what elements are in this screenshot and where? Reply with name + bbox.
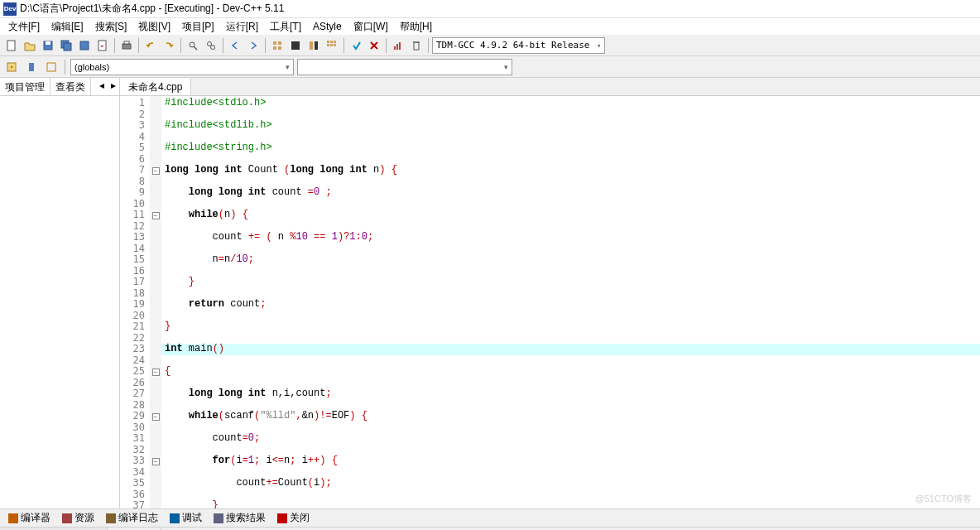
- bookmark-button[interactable]: [23, 59, 40, 75]
- menu-文件[F][interactable]: 文件[F]: [3, 18, 45, 36]
- back-button[interactable]: [227, 37, 243, 54]
- close-file-button[interactable]: ×: [94, 37, 111, 54]
- toggle-button[interactable]: [43, 59, 60, 75]
- svg-rect-5: [80, 41, 89, 50]
- svg-rect-16: [273, 46, 276, 50]
- svg-rect-25: [330, 44, 333, 46]
- menu-视图[V][interactable]: 视图[V]: [133, 18, 175, 36]
- svg-rect-22: [330, 41, 333, 43]
- svg-rect-0: [7, 41, 15, 51]
- svg-rect-34: [47, 63, 55, 71]
- svg-rect-2: [46, 41, 50, 45]
- replace-button[interactable]: [203, 37, 219, 54]
- sidebar-tab-classes[interactable]: 查看类: [50, 78, 91, 95]
- svg-rect-24: [327, 44, 329, 46]
- bottom-tab-关闭[interactable]: 关闭: [272, 509, 315, 527]
- code-content[interactable]: #include<stdio.h>#include<stdlib.h>#incl…: [161, 96, 980, 508]
- bottom-tab-编译日志[interactable]: 编译日志: [101, 509, 163, 527]
- menu-帮助[H][interactable]: 帮助[H]: [395, 18, 437, 36]
- svg-rect-18: [291, 41, 300, 50]
- file-tabs: 未命名4.cpp: [120, 78, 980, 96]
- toolbar-separator: [386, 38, 387, 53]
- compile-button[interactable]: [269, 37, 286, 54]
- open-file-button[interactable]: [22, 37, 38, 54]
- svg-rect-9: [124, 41, 129, 44]
- btab-icon: [106, 513, 116, 523]
- btab-icon: [8, 513, 18, 523]
- status-bar: - 错误: 0: [0, 527, 980, 530]
- watermark: @51CTO博客: [915, 493, 972, 505]
- bottom-tab-资源[interactable]: 资源: [57, 509, 99, 527]
- line-number-gutter: 1234567891011121314151617181920212223242…: [120, 96, 150, 508]
- sidebar: 项目管理 查看类 ◂ ▸: [0, 78, 120, 508]
- svg-rect-17: [278, 46, 281, 50]
- goto-button[interactable]: [3, 59, 20, 75]
- svg-rect-4: [64, 43, 71, 51]
- menu-bar: 文件[F]编辑[E]搜索[S]视图[V]项目[P]运行[R]工具[T]AStyl…: [0, 18, 980, 35]
- code-editor[interactable]: 1234567891011121314151617181920212223242…: [120, 96, 980, 508]
- stop-button[interactable]: [366, 37, 382, 54]
- scope-selector[interactable]: (globals): [70, 59, 294, 75]
- compiler-selector[interactable]: TDM-GCC 4.9.2 64-bit Release: [432, 37, 605, 54]
- svg-rect-27: [394, 46, 396, 50]
- menu-AStyle[interactable]: AStyle: [308, 19, 347, 34]
- svg-rect-20: [315, 41, 318, 50]
- svg-rect-8: [122, 44, 131, 49]
- svg-rect-28: [396, 44, 398, 50]
- svg-rect-15: [278, 41, 281, 45]
- app-icon: Dev: [3, 2, 17, 16]
- profile-button[interactable]: [390, 37, 406, 54]
- menu-窗口[W][interactable]: 窗口[W]: [348, 18, 393, 36]
- file-tab-active[interactable]: 未命名4.cpp: [120, 78, 191, 95]
- sidebar-nav-right[interactable]: ▸: [108, 78, 119, 93]
- btab-icon: [214, 513, 223, 523]
- menu-项目[P][interactable]: 项目[P]: [177, 18, 219, 36]
- toolbar-separator: [65, 60, 65, 75]
- menu-编辑[E][interactable]: 编辑[E]: [46, 18, 89, 36]
- fold-column[interactable]: −−−−−: [150, 96, 161, 508]
- bottom-tab-调试[interactable]: 调试: [165, 509, 207, 527]
- svg-text:×: ×: [100, 42, 104, 50]
- second-toolbar: (globals): [0, 56, 980, 78]
- find-button[interactable]: [185, 37, 201, 54]
- svg-rect-26: [334, 44, 336, 46]
- svg-line-11: [194, 46, 197, 50]
- toolbar-separator: [180, 38, 181, 53]
- sidebar-tab-project[interactable]: 项目管理: [0, 78, 50, 95]
- save-as-button[interactable]: [76, 37, 93, 54]
- menu-运行[R][interactable]: 运行[R]: [221, 18, 263, 36]
- new-file-button[interactable]: [3, 37, 20, 54]
- svg-rect-29: [399, 42, 401, 50]
- svg-rect-21: [327, 41, 329, 43]
- svg-rect-30: [414, 42, 419, 50]
- btab-icon: [62, 513, 72, 523]
- bottom-tabs: 编译器资源编译日志调试搜索结果关闭: [0, 508, 980, 527]
- svg-point-13: [211, 45, 215, 49]
- svg-point-12: [208, 41, 212, 46]
- menu-搜索[S][interactable]: 搜索[S]: [90, 18, 132, 36]
- toolbar-separator: [138, 38, 139, 53]
- toolbar-separator: [223, 38, 223, 53]
- sidebar-tabs: 项目管理 查看类 ◂ ▸: [0, 78, 119, 96]
- undo-button[interactable]: [142, 37, 159, 54]
- run-button[interactable]: [287, 37, 304, 54]
- svg-rect-33: [29, 63, 34, 71]
- toolbar-separator: [265, 38, 266, 53]
- redo-button[interactable]: [161, 37, 177, 54]
- toolbar-separator: [343, 38, 344, 53]
- print-button[interactable]: [118, 37, 135, 54]
- clean-button[interactable]: [408, 37, 425, 54]
- save-button[interactable]: [40, 37, 56, 54]
- compile-run-button[interactable]: [305, 37, 322, 54]
- main-area: 项目管理 查看类 ◂ ▸ 未命名4.cpp 123456789101112131…: [0, 78, 980, 508]
- title-bar: Dev D:\C语言\Project1\未命名4.cpp - [Executin…: [0, 0, 980, 18]
- debug-button[interactable]: [348, 37, 364, 54]
- menu-工具[T][interactable]: 工具[T]: [265, 18, 306, 36]
- rebuild-button[interactable]: [324, 37, 340, 54]
- sidebar-nav-left[interactable]: ◂: [96, 78, 108, 93]
- bottom-tab-搜索结果[interactable]: 搜索结果: [209, 509, 271, 527]
- save-all-button[interactable]: [58, 37, 74, 54]
- bottom-tab-编译器[interactable]: 编译器: [3, 509, 55, 527]
- member-selector[interactable]: [297, 59, 512, 75]
- forward-button[interactable]: [245, 37, 262, 54]
